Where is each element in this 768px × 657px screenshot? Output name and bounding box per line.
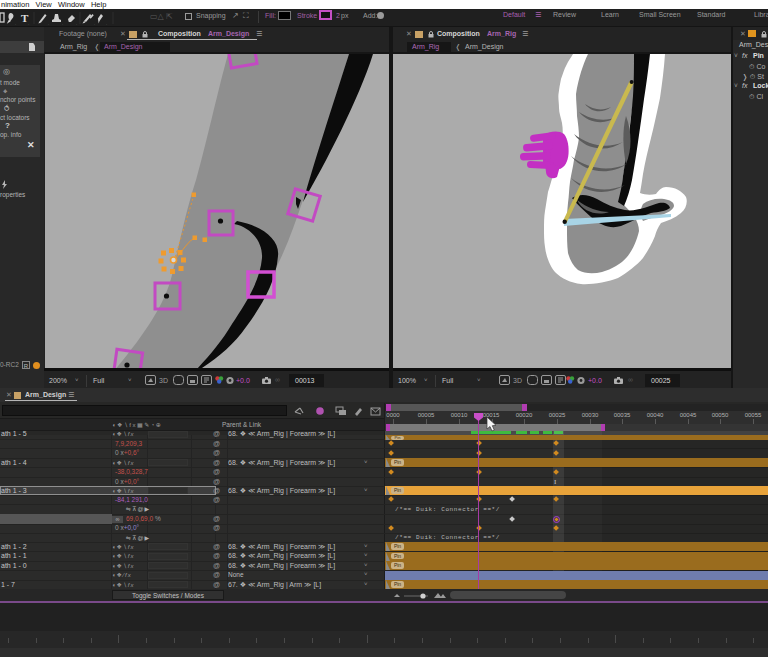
svg-text:.: . (28, 21, 29, 26)
svg-text:.: . (15, 21, 16, 26)
svg-text:.: . (94, 21, 95, 26)
svg-text:.: . (62, 21, 63, 26)
svg-text:3D: 3D (513, 377, 522, 384)
svg-text:3D: 3D (159, 377, 168, 384)
svg-text:.: . (76, 21, 77, 26)
svg-text:.: . (48, 21, 49, 26)
svg-text:.: . (106, 21, 107, 26)
